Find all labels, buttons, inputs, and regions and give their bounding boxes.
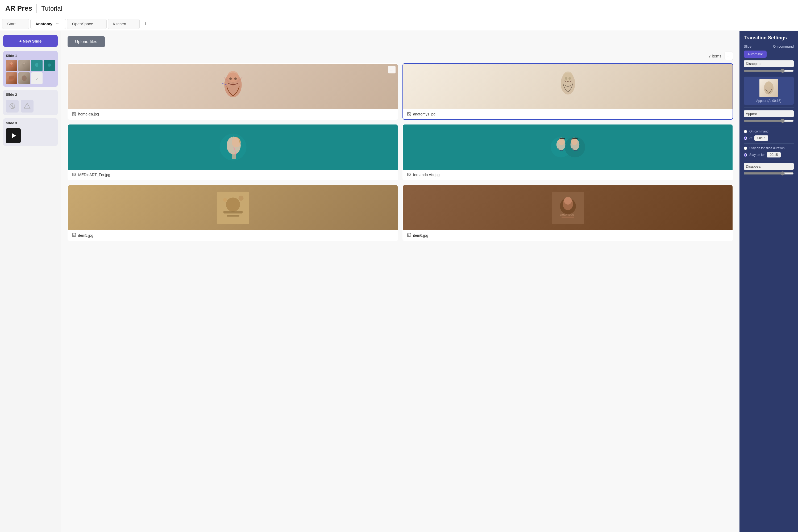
image-icon: 🖼 [72,112,76,116]
media-card-2-filename: MEDinART_Fer.jpg [78,173,110,177]
svg-rect-9 [9,76,14,79]
sidebar-item-slide1[interactable]: Slide 1 [3,51,58,87]
media-card-3[interactable]: 🖼 fernando-vic.jpg [402,124,733,180]
media-grid: ··· 🖼 [68,63,733,241]
slide1-thumb-2 [18,60,30,71]
items-more-button[interactable]: ··· [725,52,733,60]
automatic-button[interactable]: Automatic [744,51,766,58]
slide1-label: Slide 1 [6,54,55,58]
tabs-bar: Start ··· Anatomy ··· OpenSpace ··· Kitc… [0,17,798,31]
tab-anatomy[interactable]: Anatomy ··· [30,19,66,29]
slide-value: On command [773,44,794,49]
media-card-3-footer: 🖼 fernando-vic.jpg [403,170,733,180]
slide-mode-row: Slide: On command [744,44,794,49]
disappear-select-row: Disappear Fade Slide None [744,60,794,67]
svg-point-5 [35,63,38,67]
svg-point-10 [22,75,26,81]
media-card-1-filename: anatomy1.jpg [413,112,435,116]
media-card-0[interactable]: ··· 🖼 [68,63,398,120]
at-radio[interactable] [744,136,747,140]
svg-point-3 [23,62,25,65]
tab-kitchen[interactable]: Kitchen ··· [108,19,140,29]
appear-select[interactable]: Appear Fade Slide None [744,110,794,117]
slide2-thumbnails [6,99,55,113]
media-card-0-footer: 🖼 home-ea.jpg [68,109,398,119]
slide1-thumb-music: ♪ [31,72,42,84]
slide1-thumb-6 [18,72,30,84]
media-card-2-image [68,125,398,170]
image-icon-2: 🖼 [72,172,76,177]
sidebar-item-slide2[interactable]: Slide 2 [3,90,58,115]
appear-at-label: Appear (At 00:15) [756,99,781,103]
slide1-thumbnails: ♪ [6,60,55,84]
svg-point-45 [238,195,243,201]
sidebar: + New Slide Slide 1 [0,31,61,532]
on-command-label: On command [749,130,768,133]
stay-slide-label: Stay on for slide duration [749,146,785,150]
media-card-4[interactable]: 🖼 item5.jpg [68,185,398,241]
tab-openspace-dots[interactable]: ··· [95,21,101,27]
main-layout: + New Slide Slide 1 [0,31,798,532]
tab-add-button[interactable]: + [141,19,150,29]
at-label: At [749,136,752,140]
media-card-0-more[interactable]: ··· [388,66,396,73]
stay-slide-row: Stay on for slide duration [744,146,794,150]
disappear-select-bottom[interactable]: Disappear Fade Slide None [744,163,794,170]
media-card-1[interactable]: 🖼 anatomy1.jpg [402,63,733,120]
media-card-5-footer: 🖼 item6.jpg [403,230,733,241]
media-card-4-image [68,185,398,230]
media-card-2[interactable]: 🖼 MEDinART_Fer.jpg [68,124,398,180]
svg-point-26 [563,72,573,81]
slide1-thumb-3 [31,60,42,71]
appear-slider[interactable] [744,119,794,123]
svg-point-27 [565,77,567,80]
tab-anatomy-dots[interactable]: ··· [55,21,61,27]
image-icon-1: 🖼 [407,112,411,116]
svg-point-41 [226,198,240,212]
media-card-5[interactable]: SIMCA VUOO 🖼 item6.jpg [402,185,733,241]
tab-kitchen-dots[interactable]: ··· [128,21,135,27]
stay-for-label: Stay on for [749,153,765,157]
appear-slider-row [744,119,794,124]
svg-point-20 [234,77,236,80]
slide2-thumb-2 [21,100,34,113]
sidebar-item-slide3[interactable]: Slide 3 [3,118,58,146]
tab-openspace[interactable]: OpenSpace ··· [67,19,107,29]
at-value-input[interactable] [754,135,768,141]
slide1-thumb-1 [6,60,17,71]
stay-for-radio[interactable] [744,153,747,157]
disappear-select[interactable]: Disappear Fade Slide None [744,60,794,67]
section-divider-2 [744,127,794,127]
media-card-5-image: SIMCA VUOO [403,185,733,230]
image-icon-5: 🖼 [407,233,411,238]
stay-for-input[interactable] [767,152,781,157]
image-icon-4: 🖼 [72,233,76,238]
svg-point-53 [766,81,772,87]
selected-thumb [759,79,778,97]
stay-for-row: Stay on for [744,152,794,157]
header: AR Pres Tutorial [0,0,798,17]
section-divider [744,108,794,108]
disappear-slider[interactable] [744,69,794,73]
on-command-radio[interactable] [744,130,747,133]
app-title: AR Pres [5,4,32,13]
tab-start[interactable]: Start ··· [2,19,29,29]
slide1-thumb-5 [6,72,17,84]
items-count: 7 items [709,54,721,58]
transition-settings-panel: Transition Settings Slide: On command Au… [740,31,798,532]
tab-start-dots[interactable]: ··· [18,21,24,27]
media-card-5-filename: item6.jpg [413,233,428,238]
disappear-slider-bottom[interactable] [744,171,794,175]
stay-slide-radio[interactable] [744,147,747,150]
upload-files-button[interactable]: Upload files [68,36,105,48]
new-slide-button[interactable]: + New Slide [3,35,58,47]
disappear-slider-row [744,69,794,74]
at-row: At [744,135,794,141]
svg-point-19 [229,77,232,80]
svg-rect-43 [227,215,240,216]
media-card-1-footer: 🖼 anatomy1.jpg [403,109,733,119]
disappear-slider-bottom-row [744,171,794,177]
slide2-label: Slide 2 [6,93,55,97]
media-card-3-filename: fernando-vic.jpg [413,173,440,177]
panel-title: Transition Settings [744,35,794,41]
